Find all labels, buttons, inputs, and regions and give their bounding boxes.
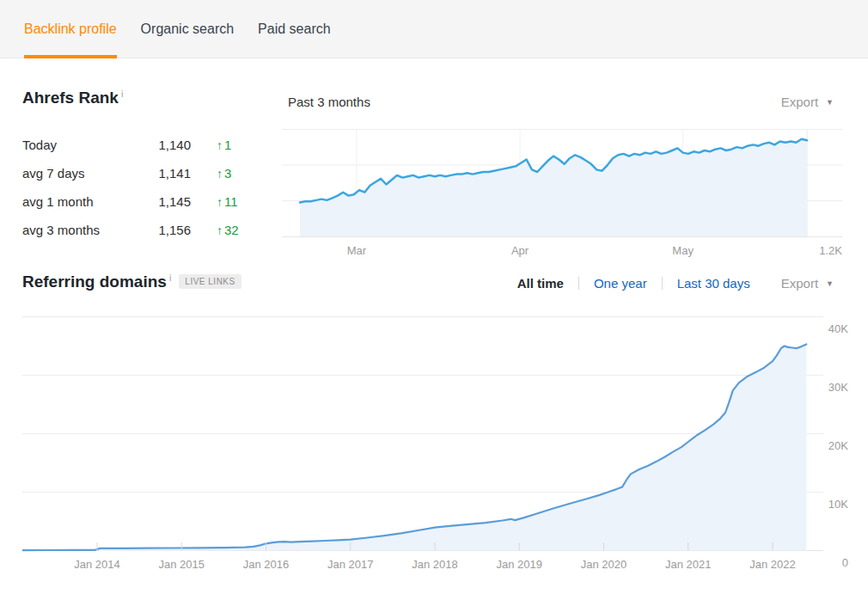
axis-label: Jan 2022 [738,558,807,571]
ahrefs-dashboard: Backlink profile Organic search Paid sea… [0,0,868,594]
divider [662,277,663,290]
ahrefs-rank-table: Today 1,140 ↑1 avg 7 days 1,141 ↑3 avg 1… [22,131,280,244]
table-row: avg 1 month 1,145 ↑11 [22,187,280,216]
row-delta: ↑32 [217,223,239,237]
ahrefs-rank-title: Ahrefs Ranki [22,89,123,107]
row-label: avg 7 days [22,166,141,181]
axis-label: Jan 2021 [654,558,723,571]
axis-label: Jan 2020 [570,558,639,571]
up-arrow-icon: ↑ [217,167,223,181]
axis-label: May [653,244,713,257]
row-label: Today [22,138,141,152]
filter-last-30-days[interactable]: Last 30 days [677,276,750,291]
live-links-badge: LIVE LINKS [179,274,241,289]
ahrefs-rank-chart[interactable] [282,129,842,238]
delta-value: 1 [224,138,231,152]
divider [578,277,579,290]
export-label: Export [781,276,818,291]
filter-all-time[interactable]: All time [517,276,564,291]
row-value: 1,140 [141,138,191,152]
referring-domains-chart[interactable] [22,315,823,552]
axis-label: Jan 2014 [63,558,131,571]
axis-label: Jan 2017 [316,558,385,571]
tab-organic-search[interactable]: Organic search [141,0,235,58]
tab-label: Paid search [258,21,331,37]
row-delta: ↑1 [217,138,231,152]
row-label: avg 1 month [22,194,141,209]
info-icon[interactable]: i [169,273,171,283]
axis-label: Apr [490,244,550,257]
y-axis-label: 1.2K [819,244,842,257]
axis-label: 20K [814,439,848,452]
export-button-rank[interactable]: Export ▼ [781,95,834,109]
row-value: 1,141 [141,166,191,181]
axis-label: 0 [814,556,848,569]
chevron-down-icon: ▼ [826,279,834,288]
axis-label: 30K [814,381,848,394]
tab-backlink-profile[interactable]: Backlink profile [24,0,117,58]
export-button-referring[interactable]: Export ▼ [781,276,834,291]
axis-label: Jan 2016 [232,558,301,571]
row-delta: ↑3 [217,166,231,181]
row-delta: ↑11 [217,194,238,209]
period-label: Past 3 months [288,95,370,109]
row-value: 1,145 [141,194,191,209]
axis-label: Mar [327,244,387,257]
table-row: avg 3 months 1,156 ↑32 [22,216,280,244]
delta-value: 32 [224,223,239,237]
table-row: avg 7 days 1,141 ↑3 [22,159,280,187]
tab-label: Backlink profile [24,21,117,37]
table-row: Today 1,140 ↑1 [22,131,280,159]
up-arrow-icon: ↑ [217,224,223,237]
time-filter-group: All time One year Last 30 days Export ▼ [517,276,834,291]
axis-label: Jan 2018 [400,558,469,571]
filter-one-year[interactable]: One year [594,276,647,291]
chevron-down-icon: ▼ [826,98,834,107]
tab-label: Organic search [141,21,235,37]
row-label: avg 3 months [22,223,141,237]
row-value: 1,156 [141,223,191,237]
axis-label: Jan 2019 [485,558,553,571]
active-tab-underline [24,55,117,58]
axis-label: 40K [814,322,848,335]
tab-paid-search[interactable]: Paid search [258,0,331,58]
up-arrow-icon: ↑ [217,138,223,152]
delta-value: 11 [224,194,238,209]
tab-bar: Backlink profile Organic search Paid sea… [0,0,868,58]
info-icon[interactable]: i [121,89,123,99]
axis-label: Jan 2015 [147,558,216,571]
axis-label: 10K [814,498,848,511]
delta-value: 3 [224,166,231,181]
up-arrow-icon: ↑ [217,195,223,209]
referring-domains-title: Referring domainsiLIVE LINKS [22,273,241,291]
export-label: Export [781,95,818,109]
